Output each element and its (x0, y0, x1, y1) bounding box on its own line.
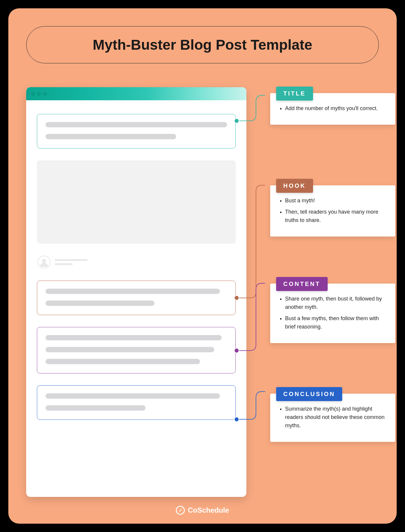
placeholder-line (46, 301, 154, 306)
browser-body (26, 100, 246, 441)
callout-bullet: Add the number of myths you'll correct. (285, 104, 387, 113)
mock-author-row (37, 256, 236, 269)
window-dot-icon (32, 92, 35, 95)
mock-conclusion-region (37, 385, 236, 420)
mock-title-region (37, 114, 236, 148)
outer-frame: Myth-Buster Blog Post Template (0, 0, 405, 532)
placeholder-line (46, 359, 200, 364)
author-meta (55, 259, 87, 265)
main-row: TITLE Add the number of myths you'll cor… (26, 87, 379, 497)
canvas: Myth-Buster Blog Post Template (8, 8, 397, 524)
callout-label-content: CONTENT (276, 277, 328, 291)
avatar-icon (37, 256, 51, 269)
placeholder-line (46, 122, 227, 127)
window-dot-icon (37, 92, 40, 95)
brand-name: CoSchedule (188, 506, 229, 514)
brand-footer: ✓ CoSchedule (26, 506, 379, 515)
callout-bullet: Share one myth, then bust it, followed b… (285, 295, 387, 312)
brand-logo-icon: ✓ (176, 506, 185, 515)
callout-bullet: Bust a few myths, then follow them with … (285, 314, 387, 331)
placeholder-line (55, 263, 73, 265)
placeholder-line (55, 259, 87, 261)
callout-label-hook: HOOK (276, 179, 313, 193)
placeholder-line (46, 393, 220, 399)
page-title: Myth-Buster Blog Post Template (26, 26, 379, 63)
placeholder-line (46, 347, 214, 352)
callout-label-title: TITLE (276, 87, 313, 101)
callout-content: CONTENT Share one myth, then bust it, fo… (270, 284, 395, 343)
callout-title: TITLE Add the number of myths you'll cor… (270, 93, 395, 125)
callout-hook: HOOK Bust a myth! Then, tell readers you… (270, 185, 395, 237)
callout-box: Share one myth, then bust it, followed b… (270, 284, 395, 343)
placeholder-line (46, 289, 220, 294)
window-dot-icon (43, 92, 46, 95)
callout-conclusion: CONCLUSION Summarize the myth(s) and hig… (270, 394, 395, 442)
mock-content-region (37, 327, 236, 373)
callout-bullet: Summarize the myth(s) and highlight read… (285, 405, 387, 430)
placeholder-line (46, 134, 176, 139)
callout-label-conclusion: CONCLUSION (276, 387, 342, 401)
callout-bullet: Then, tell readers you have many more tr… (285, 208, 387, 225)
browser-titlebar (26, 87, 246, 100)
mock-browser (26, 87, 246, 497)
mock-hook-region (37, 281, 236, 315)
mock-hero-image (37, 160, 236, 244)
placeholder-line (46, 405, 146, 411)
callout-box: Bust a myth! Then, tell readers you have… (270, 185, 395, 237)
callout-bullet: Bust a myth! (285, 197, 387, 205)
placeholder-line (46, 335, 222, 340)
